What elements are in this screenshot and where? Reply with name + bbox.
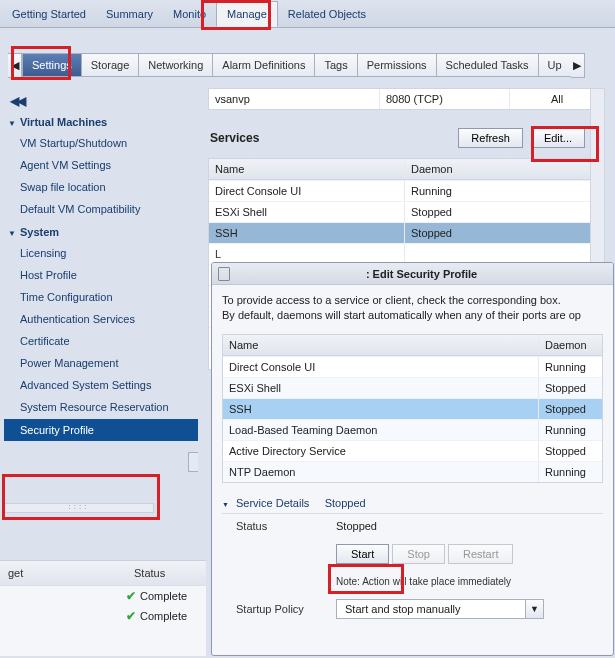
task-row[interactable]: ✔Complete (0, 606, 206, 626)
check-icon: ✔ (126, 609, 136, 623)
firewall-name-cell: vsanvp (209, 89, 379, 109)
dialog-hint: To provide access to a service or client… (222, 293, 603, 324)
chevron-down-icon[interactable]: ▼ (525, 600, 543, 618)
services-header: Services Refresh Edit... (208, 128, 605, 148)
sub-tab-strip: ◀ Settings Storage Networking Alarm Defi… (0, 52, 593, 78)
settings-sidebar: ◀◀ Virtual Machines VM Startup/Shutdown … (4, 92, 198, 558)
sidebar-item-vm-startup[interactable]: VM Startup/Shutdown (4, 132, 198, 154)
tasks-panel: get Status ✔Complete ✔Complete (0, 560, 206, 656)
tab-summary[interactable]: Summary (96, 2, 163, 26)
subtab-next[interactable]: ▶ (571, 53, 585, 78)
status-label: Status (222, 514, 332, 538)
sidebar-item-licensing[interactable]: Licensing (4, 242, 198, 264)
edit-button[interactable]: Edit... (531, 128, 585, 148)
subtab-settings[interactable]: Settings (22, 53, 82, 77)
dialog-title: : Edit Security Profile (236, 268, 607, 280)
sidebar-cat-system[interactable]: System (4, 220, 198, 242)
start-button[interactable]: Start (336, 544, 389, 564)
service-row[interactable]: Direct Console UIRunning (209, 180, 604, 201)
subtab-alarm-definitions[interactable]: Alarm Definitions (213, 53, 315, 77)
sidebar-item-swap-file[interactable]: Swap file location (4, 176, 198, 198)
sidebar-item-certificate[interactable]: Certificate (4, 330, 198, 352)
subtab-tags[interactable]: Tags (315, 53, 357, 77)
task-row[interactable]: ✔Complete (0, 586, 206, 606)
subtab-permissions[interactable]: Permissions (358, 53, 437, 77)
restart-button[interactable]: Restart (448, 544, 513, 564)
sidebar-item-agent-vm[interactable]: Agent VM Settings (4, 154, 198, 176)
service-row[interactable]: L (209, 243, 604, 264)
sidebar-item-adv-system[interactable]: Advanced System Settings (4, 374, 198, 396)
subtab-networking[interactable]: Networking (139, 53, 213, 77)
sidebar-item-time-config[interactable]: Time Configuration (4, 286, 198, 308)
startup-label: Startup Policy (222, 593, 332, 625)
service-row-selected[interactable]: SSHStopped (209, 222, 604, 243)
edit-security-profile-dialog: : Edit Security Profile To provide acces… (211, 262, 614, 656)
action-note: Note: Action will take place immediately (332, 570, 603, 593)
firewall-row[interactable]: vsanvp 8080 (TCP) All (208, 88, 605, 110)
startup-policy-select[interactable]: Start and stop manually ▼ (336, 599, 544, 619)
subtab-storage[interactable]: Storage (82, 53, 140, 77)
tab-manage[interactable]: Manage (216, 1, 278, 27)
task-col-target: get (0, 561, 126, 585)
dlg-service-row-selected[interactable]: SSHStopped (223, 398, 602, 419)
sidebar-cat-virtual-machines[interactable]: Virtual Machines (4, 110, 198, 132)
dlg-service-row[interactable]: Direct Console UIRunning (223, 356, 602, 377)
service-row[interactable]: ESXi ShellStopped (209, 201, 604, 222)
subtab-scheduled-tasks[interactable]: Scheduled Tasks (437, 53, 539, 77)
dialog-title-bar[interactable]: : Edit Security Profile (212, 263, 613, 285)
firewall-port-cell: 8080 (TCP) (379, 89, 509, 109)
tab-monitor[interactable]: Monito (163, 2, 216, 26)
detail-heading[interactable]: Service Details (236, 497, 309, 509)
service-details: Service Details Stopped Status Stopped S… (222, 493, 603, 625)
services-title: Services (210, 131, 458, 145)
dlg-col-daemon: Daemon (538, 335, 602, 355)
sidebar-split-handle[interactable]: :::: (4, 503, 154, 513)
refresh-button[interactable]: Refresh (458, 128, 523, 148)
sidebar-collapse-icon[interactable]: ◀◀ (4, 92, 198, 110)
task-col-status: Status (126, 561, 173, 585)
status-value: Stopped (332, 514, 603, 538)
sidebar-item-power-mgmt[interactable]: Power Management (4, 352, 198, 374)
sidebar-item-sys-resource[interactable]: System Resource Reservation (4, 396, 198, 419)
detail-heading-value: Stopped (325, 497, 366, 509)
sidebar-item-auth-services[interactable]: Authentication Services (4, 308, 198, 330)
sidebar-item-security-profile[interactable]: Security Profile (4, 419, 198, 441)
sidebar-item-default-vm-compat[interactable]: Default VM Compatibility (4, 198, 198, 220)
stop-button[interactable]: Stop (392, 544, 445, 564)
main-tab-strip: Getting Started Summary Monito Manage Re… (0, 0, 615, 28)
col-name-header: Name (209, 159, 404, 179)
sidebar-item-host-profile[interactable]: Host Profile (4, 264, 198, 286)
col-daemon-header: Daemon (404, 159, 604, 179)
dlg-service-row[interactable]: NTP DaemonRunning (223, 461, 602, 482)
dlg-service-row[interactable]: Load-Based Teaming DaemonRunning (223, 419, 602, 440)
dialog-service-list: Name Daemon Direct Console UIRunning ESX… (222, 334, 603, 483)
dlg-col-name: Name (223, 335, 538, 355)
subtab-prev[interactable]: ◀ (8, 53, 22, 78)
tab-related-objects[interactable]: Related Objects (278, 2, 376, 26)
device-icon (218, 267, 230, 281)
sidebar-scroll-grip[interactable] (188, 452, 198, 472)
dlg-service-row[interactable]: Active Directory ServiceStopped (223, 440, 602, 461)
check-icon: ✔ (126, 589, 136, 603)
subtab-up[interactable]: Up (539, 53, 571, 77)
tab-getting-started[interactable]: Getting Started (2, 2, 96, 26)
dlg-service-row[interactable]: ESXi ShellStopped (223, 377, 602, 398)
